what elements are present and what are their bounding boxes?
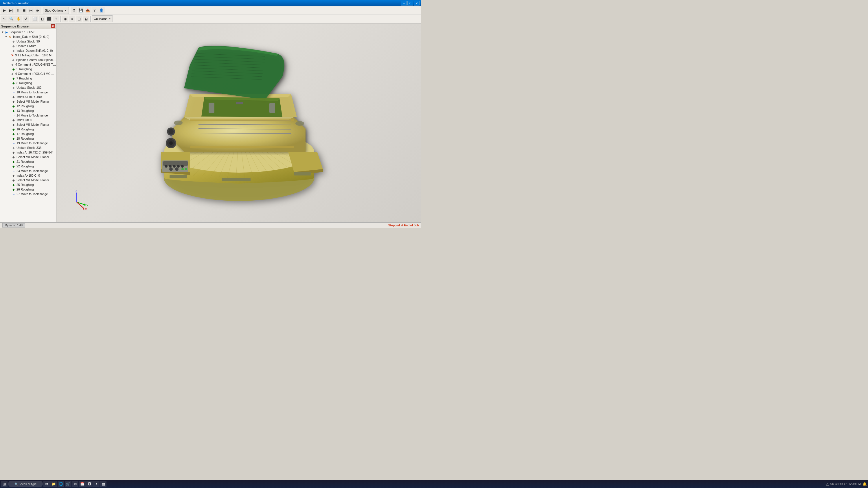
zoom-tool[interactable]: 🔍	[8, 15, 15, 22]
view-btn4[interactable]: ⊞	[53, 15, 59, 22]
tree-item-comment6[interactable]: ◆6 Comment : ROUGH MC AROUND MAIN BODY	[0, 71, 56, 76]
main-area: Sequence Browser ✕ ▼▶Sequence 1: OP70▼⚙I…	[0, 24, 421, 222]
tree-item-tool3[interactable]: ⚒3 T1 Milling Cutter : 16.0 MM DIA X 1.5…	[0, 53, 56, 58]
tree-item-rough17[interactable]: ◆17 Roughing	[0, 132, 56, 136]
tree-item-rough25[interactable]: ◆25 Roughing	[0, 183, 56, 187]
stop-options-button[interactable]: Stop Options ▼	[43, 7, 69, 14]
tree-expand-select15	[8, 123, 11, 126]
close-button[interactable]: ✕	[414, 1, 420, 5]
tree-label-rough22: 22 Roughing	[17, 164, 34, 168]
view-btn1[interactable]: ⬜	[32, 15, 38, 22]
tree-expand-rough13	[8, 109, 11, 112]
tree-item-stock333[interactable]: ◆Update Stock: 333	[0, 145, 56, 150]
tree-item-rough18[interactable]: ◆18 Roughing	[0, 136, 56, 141]
tree-icon-datum: ◆	[11, 48, 16, 53]
step-back-button[interactable]: ⏮	[34, 7, 41, 13]
tree-expand-rough12	[8, 105, 11, 107]
tree-icon-indexA180C0: ◆	[11, 173, 16, 177]
tree-label-rough17: 17 Roughing	[17, 132, 34, 136]
pause-button[interactable]: ⏸	[14, 7, 21, 13]
display-btn3[interactable]: ◫	[76, 15, 82, 22]
tree-icon-spindle: ◆	[11, 58, 16, 62]
help-button[interactable]: ?	[91, 7, 98, 13]
titlebar-title: Untitled - Simulator	[2, 1, 29, 5]
tree-icon-move19: →	[11, 141, 16, 145]
tree-item-rough7[interactable]: ◆7 Roughing	[0, 76, 56, 80]
step-forward-button[interactable]: ⏭	[28, 7, 34, 13]
tree-item-comment4[interactable]: ◆4 Comment : ROUGHING TO REMOVE CORNER	[0, 62, 56, 67]
sequence-tree[interactable]: ▼▶Sequence 1: OP70▼⚙Index_Datum Shift (0…	[0, 29, 56, 222]
tree-item-rough22[interactable]: ◆22 Roughing	[0, 164, 56, 168]
tree-expand-select11	[8, 100, 11, 103]
tree-label-rough25: 25 Roughing	[17, 183, 34, 187]
tree-item-indexA26[interactable]: ◆Index A=26.432 C=259.844	[0, 150, 56, 155]
toolbar-row1: ▶ ▶| ⏸ ⏹ ⏭ ⏮ Stop Options ▼ ⚙ 💾 📤	[0, 6, 421, 14]
tree-expand-stock333	[8, 146, 11, 149]
toolbar-area: ▶ ▶| ⏸ ⏹ ⏭ ⏮ Stop Options ▼ ⚙ 💾 📤	[0, 6, 421, 24]
user-button[interactable]: 👤	[98, 7, 105, 13]
tree-item-op70[interactable]: ▼⚙Index_Datum Shift (0, 0, 0)	[0, 34, 56, 39]
tree-expand-move14	[8, 114, 11, 117]
tree-item-rough13[interactable]: ◆13 Roughing	[0, 108, 56, 113]
tree-icon-rough22: ◆	[11, 164, 16, 168]
settings-button[interactable]: ⚙	[71, 7, 77, 13]
tree-item-move10[interactable]: →10 Move to Toolchange	[0, 90, 56, 95]
svg-rect-46	[209, 103, 214, 113]
pan-tool[interactable]: ✋	[16, 15, 22, 22]
tree-label-datum: Index_Datum Shift (0, 0, 0)	[17, 49, 53, 52]
tree-item-select15[interactable]: ◆Select Mill Mode: Planar	[0, 122, 56, 127]
tree-label-rough21: 21 Roughing	[17, 160, 34, 163]
stop-button[interactable]: ⏹	[21, 7, 28, 13]
tree-item-indexC90[interactable]: ◆Index C=90	[0, 118, 56, 122]
tree-item-rough5[interactable]: ◆5 Roughing	[0, 67, 56, 71]
tree-label-fixture: Update Fixture	[17, 44, 36, 48]
display-btn4[interactable]: ⬕	[83, 15, 89, 22]
tree-expand-indexA180C0	[8, 174, 11, 177]
tree-item-move19[interactable]: →19 Move to Toolchange	[0, 141, 56, 145]
display-btn2[interactable]: ◈	[69, 15, 75, 22]
rotate-tool[interactable]: ↺	[23, 15, 29, 22]
svg-point-36	[168, 129, 174, 134]
display-btn1[interactable]: ◉	[62, 15, 68, 22]
svg-point-30	[181, 168, 184, 170]
tree-item-indexA180[interactable]: ◆Index A+180 C+90	[0, 95, 56, 99]
maximize-button[interactable]: □	[407, 1, 413, 5]
3d-viewport[interactable]: Z Y X	[56, 24, 421, 222]
tree-expand-indexC90	[8, 119, 11, 122]
tree-icon-rough26: ◆	[11, 187, 16, 191]
svg-point-26	[177, 165, 180, 168]
tree-item-seq1[interactable]: ▼▶Sequence 1: OP70	[0, 30, 56, 34]
tree-item-datum[interactable]: ◆Index_Datum Shift (0, 0, 0)	[0, 48, 56, 53]
play-button[interactable]: ▶	[1, 7, 7, 13]
tree-item-stock182[interactable]: ◆Update Stock: 182	[0, 85, 56, 90]
tree-label-rough7: 7 Roughing	[17, 76, 32, 80]
tree-item-select24[interactable]: ◆Select Mill Mode: Planar	[0, 178, 56, 183]
save-button[interactable]: 💾	[78, 7, 84, 13]
collisions-button[interactable]: Collisions ▼	[92, 15, 113, 22]
tree-item-indexA180C0[interactable]: ◆Index A+180 C=0	[0, 173, 56, 178]
select-tool[interactable]: ↖	[1, 15, 7, 22]
tree-item-select11[interactable]: ◆Select Mill Mode: Planar	[0, 99, 56, 104]
model-view	[56, 24, 421, 217]
tree-item-rough16[interactable]: ◆16 Roughing	[0, 127, 56, 132]
view-btn2[interactable]: ◧	[39, 15, 45, 22]
svg-rect-53	[190, 119, 294, 121]
sequence-browser-close[interactable]: ✕	[51, 24, 55, 28]
view-btn3[interactable]: ⬛	[46, 15, 52, 22]
tree-item-rough26[interactable]: ◆26 Roughing	[0, 187, 56, 192]
export-button[interactable]: 📤	[85, 7, 91, 13]
tree-item-select20[interactable]: ◆Select Mill Mode: Planar	[0, 155, 56, 159]
play-step-button[interactable]: ▶|	[8, 7, 14, 13]
tree-item-move27[interactable]: →27 Move to Toolchange	[0, 192, 56, 196]
tree-item-stock99[interactable]: ◆Update Stock: 99	[0, 39, 56, 44]
minimize-button[interactable]: ─	[401, 1, 407, 5]
tree-item-rough8[interactable]: ◆8 Roughing	[0, 80, 56, 85]
tree-label-move19: 19 Move to Toolchange	[17, 141, 48, 145]
tree-item-fixture[interactable]: ◆Update Fixture	[0, 44, 56, 48]
tree-item-move23[interactable]: →23 Move to Toolchange	[0, 168, 56, 173]
svg-point-24	[169, 165, 172, 168]
tree-item-rough21[interactable]: ◆21 Roughing	[0, 159, 56, 164]
tree-item-move14[interactable]: →14 Move to Toolchange	[0, 113, 56, 118]
tree-item-spindle[interactable]: ◆Spindle Control Tool Spindle On	[0, 58, 56, 62]
tree-item-rough12[interactable]: ◆12 Roughing	[0, 104, 56, 108]
